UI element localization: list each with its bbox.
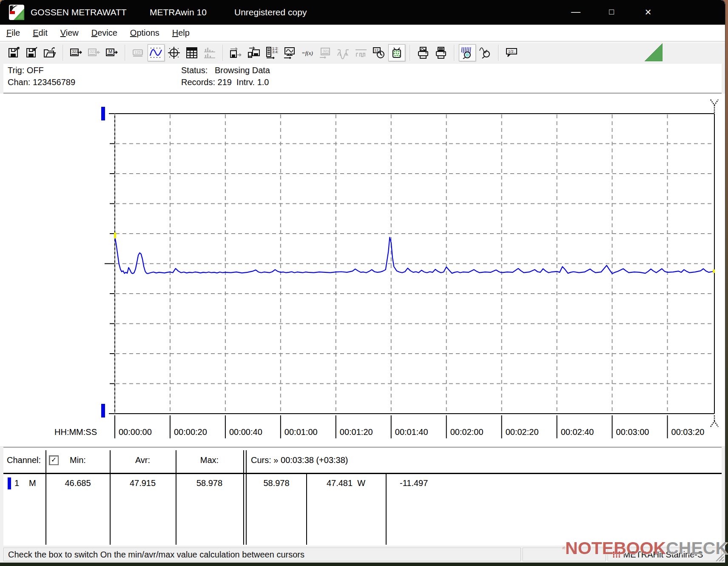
svg-text:00:03:00: 00:03:00 xyxy=(616,427,649,437)
statusbar-hint: Check the box to switch On the min/avr/m… xyxy=(3,548,521,561)
cell-max: 58.978 xyxy=(176,478,243,488)
desktop-background: GOSSEN METRAWATT METRAwin 10 Unregistere… xyxy=(0,0,728,566)
cell-cursor2-value: 47.481 W xyxy=(306,478,386,488)
cursor-stats-table: Channel: ✓ Min: Avr: Max: Curs: » 00:03:… xyxy=(3,447,722,546)
svg-text:00:02:00: 00:02:00 xyxy=(450,427,483,437)
svg-text:00:03:20: 00:03:20 xyxy=(671,427,705,437)
col-header-max: Max: xyxy=(176,455,243,465)
metrawin-window: GOSSEN METRAWATT METRAwin 10 Unregistere… xyxy=(0,0,725,563)
svg-text:00:00:40: 00:00:40 xyxy=(229,427,262,437)
cell-difference: -11.497 xyxy=(400,478,428,488)
device-alert-text: !!! xyxy=(612,550,621,559)
cell-min: 46.685 xyxy=(46,478,110,488)
svg-text:00:01:00: 00:01:00 xyxy=(284,427,318,437)
table-header-underline xyxy=(3,473,722,474)
cell-channel-unit: M xyxy=(29,478,36,488)
svg-text:HH:MM:SS: HH:MM:SS xyxy=(54,427,97,437)
svg-text:00:01:40: 00:01:40 xyxy=(395,427,428,437)
svg-text:00:00:20: 00:00:20 xyxy=(174,427,207,437)
resize-grip[interactable] xyxy=(715,552,724,562)
col-header-channel: Channel: xyxy=(7,455,41,465)
col-header-min: Min: xyxy=(46,455,110,465)
power-chart[interactable]: 00:00:0000:00:2000:00:4000:01:0000:01:20… xyxy=(0,1,725,446)
statusbar-device-panel: !!! METRAHit Starline-S xyxy=(608,548,722,561)
svg-text:00:02:20: 00:02:20 xyxy=(506,427,539,437)
statusbar-empty-panel xyxy=(523,548,606,561)
chart-panel: 100 W 0 W 00:00:0000:00:2000:00:4000:01:… xyxy=(3,93,722,446)
col-header-avr: Avr: xyxy=(110,455,176,465)
col-header-cursor: Curs: » 00:03:38 (+03:38) xyxy=(251,455,348,465)
table-divider xyxy=(386,474,387,545)
channel-color-marker xyxy=(8,477,11,489)
status-bar: Check the box to switch On the min/avr/m… xyxy=(0,546,725,563)
cell-channel-number: 1 xyxy=(14,478,19,488)
cell-avr: 47.915 xyxy=(110,478,176,488)
desktop-edge-strip xyxy=(0,563,728,566)
svg-text:00:02:40: 00:02:40 xyxy=(561,427,594,437)
device-name-text: METRAHit Starline-S xyxy=(623,550,703,559)
table-divider xyxy=(246,450,247,545)
cell-cursor1-value: 58.978 xyxy=(247,478,306,488)
table-divider xyxy=(243,450,244,545)
svg-text:00:01:20: 00:01:20 xyxy=(340,427,373,437)
svg-text:00:00:00: 00:00:00 xyxy=(119,427,152,437)
